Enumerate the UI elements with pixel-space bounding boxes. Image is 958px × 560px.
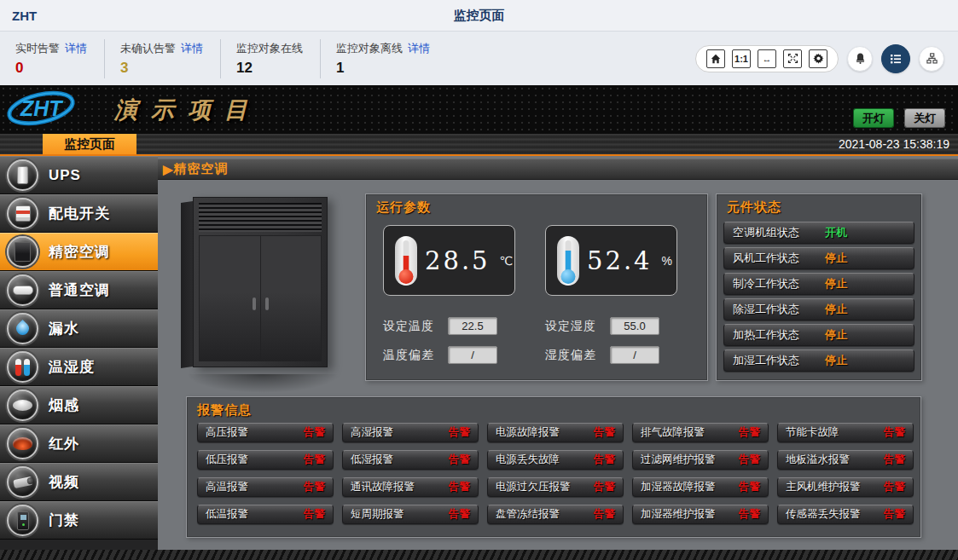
sidebar-item-label: 红外 bbox=[49, 434, 79, 453]
alarm-status: 告警 bbox=[739, 425, 760, 440]
alarm-item: 地板溢水报警告警 bbox=[777, 450, 914, 470]
status-row: 加湿工作状态停止 bbox=[723, 349, 914, 372]
sidebar-item-label: 温湿度 bbox=[49, 357, 95, 377]
bottom-hatch-strip bbox=[0, 550, 958, 560]
humidity-offset-row: 湿度偏差 bbox=[545, 346, 707, 364]
section-marker: ▶ bbox=[163, 162, 174, 177]
logo-text: ZHT bbox=[20, 96, 64, 120]
alarm-item: 高压报警告警 bbox=[197, 423, 334, 442]
alarm-status: 告警 bbox=[594, 453, 615, 467]
alarm-item: 节能卡故障告警 bbox=[777, 423, 914, 442]
sidebar-item-water-leak[interactable]: 漏水 bbox=[0, 309, 158, 348]
sidebar-item-label: 漏水 bbox=[49, 319, 79, 338]
alarm-status: 告警 bbox=[739, 507, 760, 522]
alarm-list-icon[interactable] bbox=[881, 44, 910, 73]
sidebar-item-power-switch[interactable]: 配电开关 bbox=[0, 194, 158, 233]
set-temperature-field[interactable] bbox=[448, 317, 497, 335]
ac-unit-icon bbox=[7, 274, 38, 306]
stat-unconfirmed-alarms: 未确认告警详情 3 bbox=[117, 39, 221, 78]
sidebar-item-label: 视频 bbox=[49, 472, 79, 492]
alarm-item: 盘管冻结报警告警 bbox=[487, 505, 624, 524]
temperature-unit: ℃ bbox=[500, 254, 514, 268]
offline-details-link[interactable]: 详情 bbox=[408, 42, 430, 55]
bell-icon[interactable] bbox=[847, 46, 873, 72]
sidebar-item-precision-ac[interactable]: 精密空调 bbox=[0, 233, 158, 271]
alarm-item: 过滤网维护报警告警 bbox=[632, 450, 769, 470]
sidebar-item-label: UPS bbox=[49, 167, 81, 184]
alarm-item: 加湿器故障报警告警 bbox=[632, 477, 769, 497]
monitoring-page: ZHT 监控页面 实时告警详情 0 未确认告警详情 3 监控对象在线 12 监控… bbox=[0, 0, 958, 560]
sidebar-item-video[interactable]: 视频 bbox=[0, 463, 158, 501]
section-title: 精密空调 bbox=[174, 161, 229, 177]
status-value: 停止 bbox=[825, 276, 847, 292]
fullscreen-icon[interactable] bbox=[783, 49, 802, 68]
unconfirmed-alarm-details-link[interactable]: 详情 bbox=[181, 42, 203, 55]
component-status-panel: 元件状态 空调机组状态开机 风机工作状态停止 制冷工作状态停止 除湿工作状态停止… bbox=[716, 193, 922, 381]
stat-value: 3 bbox=[120, 60, 203, 77]
sidebar-item-normal-ac[interactable]: 普通空调 bbox=[0, 271, 158, 309]
realtime-alarm-details-link[interactable]: 详情 bbox=[65, 42, 87, 55]
zht-logo: ZHT bbox=[5, 88, 106, 132]
camera-icon bbox=[7, 466, 38, 498]
sidebar-item-label: 精密空调 bbox=[49, 242, 110, 262]
panel-title: 运行参数 bbox=[376, 199, 431, 216]
alarm-item: 电源故障报警告警 bbox=[487, 423, 624, 442]
topology-icon[interactable] bbox=[919, 46, 944, 72]
home-icon[interactable] bbox=[706, 49, 725, 68]
light-off-button[interactable]: 关灯 bbox=[905, 109, 944, 127]
status-row: 加热工作状态停止 bbox=[723, 324, 914, 346]
alarm-column: 高压报警告警 低压报警告警 高温报警告警 低温报警告警 bbox=[197, 423, 334, 524]
humidity-offset-field[interactable] bbox=[610, 346, 659, 364]
sidebar-item-access-control[interactable]: 门禁 bbox=[0, 501, 158, 540]
alarm-status: 告警 bbox=[449, 507, 470, 522]
alarm-item: 短周期报警告警 bbox=[342, 505, 479, 524]
humidity-offset-label: 湿度偏差 bbox=[545, 348, 610, 363]
alarm-item: 加湿器维护报警告警 bbox=[632, 505, 769, 524]
sidebar-item-label: 烟感 bbox=[49, 395, 79, 415]
sidebar-item-ups[interactable]: UPS bbox=[0, 156, 158, 194]
sidebar-item-infrared[interactable]: 红外 bbox=[0, 424, 158, 463]
alarm-column: 高湿报警告警 低湿报警告警 通讯故障报警告警 短周期报警告警 bbox=[342, 423, 479, 524]
stat-label: 监控对象在线 bbox=[236, 42, 303, 55]
stat-value: 0 bbox=[15, 60, 87, 77]
temperature-thermometer-icon bbox=[395, 236, 417, 286]
temperature-display: 28.5 ℃ bbox=[383, 225, 515, 296]
sidebar-item-smoke[interactable]: 烟感 bbox=[0, 386, 158, 424]
alarm-column: 节能卡故障告警 地板溢水报警告警 主风机维护报警告警 传感器丢失报警告警 bbox=[777, 423, 914, 524]
alarm-item: 低湿报警告警 bbox=[342, 450, 479, 470]
stat-value: 12 bbox=[236, 60, 303, 77]
stat-objects-online: 监控对象在线 12 bbox=[233, 39, 321, 78]
sidebar-item-label: 门禁 bbox=[49, 511, 79, 530]
panel-title: 元件状态 bbox=[727, 199, 781, 216]
set-humidity-field[interactable] bbox=[610, 317, 659, 335]
alarm-status: 告警 bbox=[449, 453, 470, 467]
status-value: 停止 bbox=[825, 302, 847, 317]
sidebar-item-label: 配电开关 bbox=[49, 204, 110, 223]
alarm-column: 排气故障报警告警 过滤网维护报警告警 加湿器故障报警告警 加湿器维护报警告警 bbox=[632, 423, 769, 524]
page-title: 监控页面 bbox=[454, 8, 505, 24]
alarm-item: 高湿报警告警 bbox=[342, 423, 479, 442]
light-on-button[interactable]: 开灯 bbox=[854, 109, 893, 127]
project-title: 演示项目 bbox=[114, 95, 261, 125]
breaker-icon bbox=[7, 198, 38, 229]
stat-realtime-alarms: 实时告警详情 0 bbox=[12, 39, 105, 78]
status-row: 风机工作状态停止 bbox=[723, 247, 914, 269]
sidebar-item-temp-humidity[interactable]: 温湿度 bbox=[0, 348, 158, 386]
sidebar-item-label: 普通空调 bbox=[49, 280, 110, 300]
stat-value: 1 bbox=[336, 60, 430, 77]
infrared-icon bbox=[7, 428, 38, 459]
status-row: 制冷工作状态停止 bbox=[723, 273, 914, 295]
alarm-status: 告警 bbox=[884, 453, 905, 467]
settings-icon[interactable] bbox=[809, 49, 827, 68]
stat-label: 实时告警 bbox=[15, 42, 60, 55]
operating-params-panel: 运行参数 28.5 ℃ 52.4 % 设定温度 bbox=[365, 193, 708, 381]
tab-monitoring-page[interactable]: 监控页面 bbox=[43, 134, 136, 154]
main-content: ▶ 精密空调 AIRSYS 运行参数 bbox=[158, 156, 958, 550]
one-to-one-icon[interactable]: 1:1 bbox=[732, 49, 751, 68]
status-row: 除湿工作状态停止 bbox=[723, 298, 914, 320]
fit-width-icon[interactable]: ↔ bbox=[758, 49, 776, 68]
brand-text: ZHT bbox=[12, 9, 37, 23]
view-toolbar: 1:1 ↔ bbox=[695, 44, 944, 73]
temp-offset-field[interactable] bbox=[448, 346, 497, 364]
alarm-status: 告警 bbox=[884, 425, 905, 440]
